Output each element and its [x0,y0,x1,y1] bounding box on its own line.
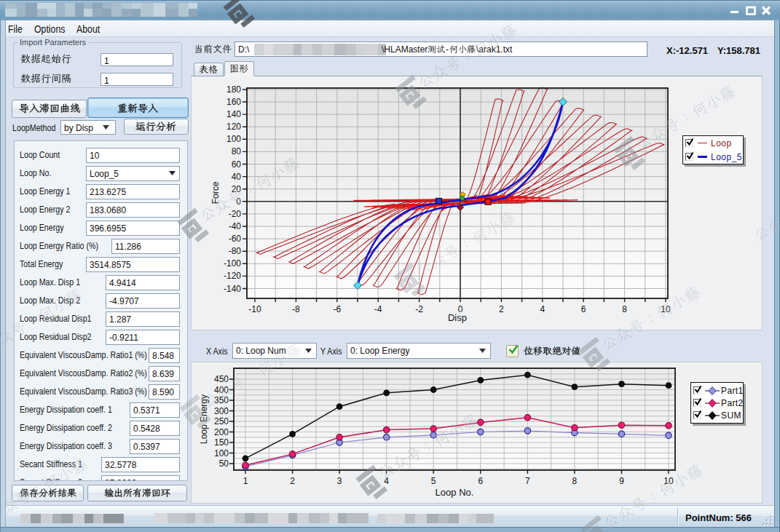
svg-text:160: 160 [226,97,241,107]
svg-text:100: 100 [226,134,241,144]
svg-text:6: 6 [478,476,483,486]
svg-text:-6: -6 [333,304,341,314]
svg-text:450: 450 [214,374,229,384]
svg-text:-8: -8 [292,304,300,314]
svg-text:150: 150 [214,437,229,448]
svg-text:4: 4 [540,304,545,314]
svg-text:80: 80 [232,146,242,156]
svg-text:9: 9 [619,476,624,486]
svg-text:140: 140 [226,109,241,119]
svg-text:6: 6 [581,304,586,314]
svg-text:7: 7 [525,476,530,486]
svg-text:-140: -140 [224,284,241,294]
svg-text:180: 180 [226,84,241,95]
svg-text:Loop Energy: Loop Energy [199,394,209,444]
svg-text:10: 10 [661,304,671,314]
svg-text:2: 2 [499,304,504,314]
svg-text:350: 350 [214,395,229,405]
svg-text:4: 4 [384,476,389,486]
svg-text:-10: -10 [248,304,261,314]
svg-text:400: 400 [214,385,229,395]
svg-text:-120: -120 [224,271,241,281]
svg-text:2: 2 [290,476,295,486]
svg-text:50: 50 [219,458,229,469]
svg-text:Loop No.: Loop No. [436,487,474,498]
svg-text:8: 8 [622,304,627,314]
svg-text:-100: -100 [224,258,241,269]
svg-text:-20: -20 [229,209,242,219]
svg-text:-4: -4 [374,304,382,314]
svg-text:-60: -60 [229,234,242,244]
svg-text:3: 3 [337,476,342,486]
svg-text:8: 8 [572,476,578,486]
svg-text:5: 5 [431,476,436,486]
svg-text:40: 40 [232,172,242,182]
svg-text:60: 60 [232,159,242,170]
svg-text:300: 300 [214,406,229,416]
svg-text:100: 100 [214,448,229,458]
svg-text:0: 0 [236,196,241,207]
svg-text:20: 20 [232,184,242,194]
svg-text:10: 10 [663,476,674,486]
svg-text:-2: -2 [415,304,423,314]
svg-text:200: 200 [214,427,229,437]
svg-text:Disp: Disp [448,312,467,323]
svg-text:120: 120 [226,122,241,132]
svg-text:1: 1 [243,476,248,486]
svg-text:Force: Force [210,181,221,204]
svg-text:250: 250 [214,416,229,426]
svg-text:-40: -40 [229,221,242,231]
svg-text:-80: -80 [229,246,242,256]
